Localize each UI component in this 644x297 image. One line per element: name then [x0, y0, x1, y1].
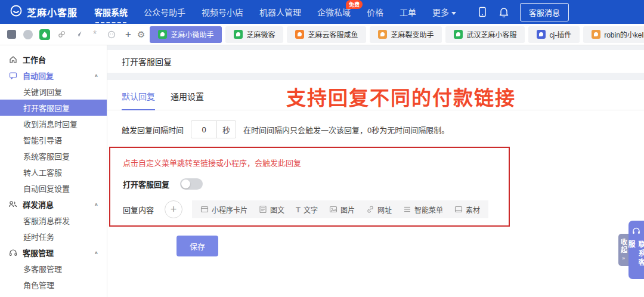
settings-panel: 支持回复不同的付款链接 默认回复 通用设置 触发回复间隔时间 0 秒 在时间间隔…: [107, 80, 644, 297]
bell-icon[interactable]: [499, 7, 509, 17]
interval-setting-row: 触发回复间隔时间 0 秒 在时间间隔内只会触发一次该回复，0秒为无时间间隔限制。: [122, 120, 630, 138]
account-avatar-icon: [234, 30, 243, 39]
nav-item-more[interactable]: 更多: [432, 6, 456, 18]
sidebar-item-auto-reply-settings[interactable]: 自动回复设置: [0, 180, 107, 196]
tab-general-settings[interactable]: 通用设置: [171, 90, 204, 110]
app-body: 工作台 自动回复 ∧ 关键词回复 打开客服回复 收到消息时回复 智能引导语 系统…: [0, 45, 644, 297]
reply-content-label: 回复内容: [123, 204, 157, 215]
app-title: 芝麻小客服: [27, 5, 78, 19]
account-tab[interactable]: 芝麻裂变助手: [370, 26, 442, 43]
channel-link-icon[interactable]: [56, 29, 67, 40]
page-title: 打开客服回复: [107, 50, 644, 73]
account-avatar-icon: [454, 30, 463, 39]
sidebar-item-keyword-reply[interactable]: 关键词回复: [0, 83, 107, 100]
channel-rocket-icon[interactable]: [73, 29, 83, 40]
interval-value[interactable]: 0: [191, 121, 216, 138]
toggle-label: 打开客服回复: [123, 178, 169, 190]
main-area: 打开客服回复 支持回复不同的付款链接 默认回复 通用设置 触发回复间隔时间 0 …: [107, 45, 644, 297]
tool-miniprogram-card[interactable]: 小程序卡片: [200, 205, 247, 215]
chevron-up-icon: ∧: [94, 250, 98, 255]
nav-item-robot[interactable]: 机器人管理: [259, 6, 301, 18]
add-account-button[interactable]: +: [124, 29, 132, 41]
top-navbar: 芝麻小客服 客服系统 公众号助手 视频号小店 机器人管理 企微私域 免费 价格 …: [0, 0, 644, 24]
channel-square-icon[interactable]: [6, 29, 17, 40]
interval-label: 触发回复间隔时间: [122, 124, 184, 135]
chat-bubble-icon: [8, 72, 17, 80]
tab-default-reply[interactable]: 默认回复: [122, 90, 155, 110]
floating-contact-widget: 收起 » 联系客服: [618, 221, 644, 279]
nav-item-customer-system[interactable]: 客服系统: [94, 6, 128, 18]
settings-gear-icon[interactable]: ⚙: [137, 29, 145, 40]
headset-icon: [632, 227, 640, 237]
customer-messages-button[interactable]: 客服消息: [520, 3, 569, 21]
interval-hint: 在时间间隔内只会触发一次该回复，0秒为无时间间隔限制。: [243, 124, 449, 135]
tool-smart-menu[interactable]: 智能菜单: [403, 205, 443, 215]
mobile-icon[interactable]: [477, 7, 488, 17]
sidebar: 工作台 自动回复 ∧ 关键词回复 打开客服回复 收到消息时回复 智能引导语 系统…: [0, 45, 107, 297]
tool-url[interactable]: 网址: [366, 205, 392, 215]
account-avatar-icon: [378, 30, 387, 39]
account-avatar-icon: [295, 30, 304, 39]
account-avatar-icon: [537, 30, 546, 39]
account-tab[interactable]: 武汉芝麻小客服: [445, 26, 525, 43]
account-tabs: 芝麻小微助手 芝麻微客 芝麻云客服咸鱼 芝麻裂变助手 武汉芝麻小客服 cj-插件: [150, 26, 644, 43]
highlight-annotation-box: 点击自定义菜单跳转至链接或小程序，会触发此回复 打开客服回复 回复内容 + 小程…: [109, 147, 510, 227]
nav-item-wecom[interactable]: 企微私域 免费: [317, 6, 351, 18]
tool-material[interactable]: 素材: [454, 205, 480, 215]
toggle-row: 打开客服回复: [123, 178, 498, 190]
account-tab[interactable]: 芝麻云客服咸鱼: [287, 26, 366, 43]
sidebar-item-role-manage[interactable]: 角色管理: [0, 277, 107, 293]
channel-chat-icon[interactable]: [23, 29, 33, 40]
sidebar-item-service-mass-send[interactable]: 客服消息群发: [0, 212, 107, 228]
sidebar-item-workbench[interactable]: 工作台: [0, 51, 107, 67]
channel-icons: *: [6, 29, 117, 40]
text-T-icon: T: [296, 205, 301, 214]
free-badge: 免费: [346, 0, 363, 9]
contact-service-button[interactable]: 联系客服: [628, 221, 644, 279]
account-tab[interactable]: 芝麻微客: [225, 26, 283, 43]
tool-image[interactable]: 图片: [329, 205, 355, 215]
channel-wechat-icon[interactable]: [39, 29, 50, 40]
sidebar-group-service-manage[interactable]: 客服管理 ∧: [0, 245, 107, 261]
app-window: 芝麻小客服 客服系统 公众号助手 视频号小店 机器人管理 企微私域 免费 价格 …: [0, 0, 644, 297]
reply-content-row: 回复内容 + 小程序卡片 图文 T: [123, 200, 498, 218]
save-button[interactable]: 保存: [177, 236, 218, 256]
sidebar-item-delayed-task[interactable]: 延时任务: [0, 228, 107, 245]
add-reply-button[interactable]: +: [165, 200, 182, 218]
account-tab[interactable]: cj-插件: [528, 26, 580, 43]
account-avatar-icon: [158, 30, 167, 39]
nav-item-official-account[interactable]: 公众号助手: [144, 6, 185, 18]
nav-item-ticket[interactable]: 工单: [400, 6, 416, 18]
account-avatar-icon: [592, 30, 600, 39]
navbar-right: 客服消息: [477, 3, 569, 21]
caret-down-icon: [451, 12, 456, 15]
menu-trigger-hint: 点击自定义菜单跳转至链接或小程序，会触发此回复: [123, 157, 498, 168]
sidebar-item-system-reply[interactable]: 系统客服回复: [0, 148, 107, 164]
account-tab[interactable]: robin的小kelly: [583, 26, 644, 43]
nav-item-pricing[interactable]: 价格: [367, 6, 383, 18]
tool-text[interactable]: T 文字: [296, 205, 318, 215]
sidebar-item-open-service-reply[interactable]: 打开客服回复: [0, 100, 107, 116]
active-underline: [95, 22, 126, 23]
chevron-up-icon: ∧: [94, 73, 98, 78]
home-icon: [8, 55, 17, 64]
channel-face-icon[interactable]: [106, 29, 117, 40]
sidebar-item-transfer-human[interactable]: 转人工客服: [0, 164, 107, 180]
account-tab[interactable]: 芝麻小微助手: [150, 26, 222, 43]
sidebar-item-smart-guide[interactable]: 智能引导语: [0, 132, 107, 148]
nav-menu: 客服系统 公众号助手 视频号小店 机器人管理 企微私域 免费 价格 工单 更多: [94, 6, 477, 18]
sidebar-group-mass-message[interactable]: 群发消息 ∧: [0, 196, 107, 212]
interval-unit: 秒: [216, 121, 236, 138]
logo[interactable]: 芝麻小客服: [10, 4, 78, 20]
headset-icon: [8, 249, 17, 257]
interval-input[interactable]: 0 秒: [191, 120, 236, 138]
sidebar-item-message-received-reply[interactable]: 收到消息时回复: [0, 116, 107, 132]
tool-article[interactable]: 图文: [259, 205, 284, 215]
channel-asterisk-icon[interactable]: *: [89, 29, 100, 40]
nav-item-video-shop[interactable]: 视频号小店: [202, 6, 243, 18]
sidebar-group-auto-reply[interactable]: 自动回复 ∧: [0, 67, 107, 83]
account-tabstrip: * + ⚙ 芝麻小微助手 芝麻微客 芝麻云客服咸鱼 芝麻裂变助手: [0, 24, 644, 45]
open-reply-toggle[interactable]: [180, 178, 203, 190]
sidebar-item-multi-agent[interactable]: 多客服管理: [0, 261, 107, 277]
chevron-up-icon: ∧: [94, 202, 98, 207]
